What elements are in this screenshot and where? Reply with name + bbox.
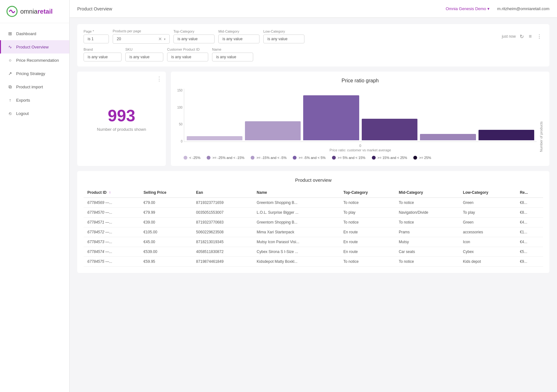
- legend-label-5: >= 15% and < 25%: [378, 156, 407, 160]
- filter-brand-label: Brand: [84, 47, 122, 51]
- filter-products-per-page: Products per page 20 ✕ ▾: [113, 29, 170, 44]
- legend-item-5: >= 15% and < 25%: [372, 156, 407, 160]
- sidebar-item-label: Exports: [16, 98, 30, 103]
- y-tick-0: 0: [181, 140, 183, 143]
- legend-label-4: >= 5% and < 15%: [338, 156, 366, 160]
- legend-dot-6: [413, 156, 417, 160]
- bar-6: [479, 89, 534, 140]
- bar-fill-2: [245, 121, 301, 140]
- filter-top-cat-label: Top-Category: [173, 29, 215, 33]
- col-mid-category[interactable]: Mid-Category: [395, 188, 459, 198]
- legend-item-6: >= 25%: [413, 156, 431, 160]
- table-row: 67784575 —...€59.958719874461849Kidsdepo…: [84, 257, 543, 267]
- bar-4: [362, 89, 417, 140]
- filter-customer-product-id: Customer Product ID is any value: [167, 47, 208, 61]
- legend-item-4: >= 5% and < 15%: [332, 156, 366, 160]
- bar-fill-1: [187, 136, 242, 140]
- filter-row-1: Page * is 1 Products per page 20 ✕ ▾ Top…: [84, 29, 543, 44]
- col-ean[interactable]: Ean: [192, 188, 253, 198]
- sidebar-item-label: Price Recommendation: [16, 58, 59, 63]
- col-re[interactable]: Re...: [516, 188, 543, 198]
- filter-page-input[interactable]: is 1: [84, 35, 109, 43]
- filter-sku-input[interactable]: is any value: [125, 53, 163, 61]
- filter-name-input[interactable]: is any value: [212, 53, 253, 61]
- dropdown-ppp-button[interactable]: ▾: [164, 37, 166, 41]
- filter-name: Name is any value: [212, 47, 253, 61]
- charts-row: ⋮ 993 Number of products shown Price rat…: [77, 72, 549, 166]
- bars-area: [184, 89, 537, 142]
- card-menu-icon[interactable]: ⋮: [156, 75, 162, 82]
- stats-card: ⋮ 993 Number of products shown: [77, 72, 166, 166]
- account-name: Omnia Genesis Demo: [446, 6, 486, 11]
- sidebar-item-price-recommendation[interactable]: ○ Price Recommendation: [0, 54, 69, 67]
- legend-label-3: >= -5% and < 5%: [298, 156, 325, 160]
- logo-icon: [6, 6, 18, 17]
- sidebar-item-product-import[interactable]: ⧉ Product import: [0, 80, 69, 93]
- filter-low-category: Low-Category is any value: [263, 29, 304, 43]
- filter-brand: Brand is any value: [84, 47, 122, 61]
- col-product-id[interactable]: Product ID ↑: [84, 188, 140, 198]
- table-body: 67784569 —...€79.008719323771659Greentom…: [84, 198, 543, 267]
- col-selling-price[interactable]: Selling Price: [140, 188, 192, 198]
- sidebar: omniaretail ⊞ Dashboard ∿ Product Overvi…: [0, 0, 70, 392]
- chart-x-center: 0: [184, 144, 537, 148]
- y-tick-100: 100: [177, 106, 183, 109]
- stats-number: 993: [108, 106, 135, 125]
- sidebar-item-label: Logout: [16, 111, 29, 116]
- sidebar-item-logout[interactable]: ⎋ Logout: [0, 107, 69, 120]
- exit-icon: ⎋: [7, 111, 13, 116]
- logo: omniaretail: [0, 0, 69, 23]
- filter-ppp-label: Products per page: [113, 29, 170, 33]
- sidebar-item-label: Product import: [16, 85, 43, 89]
- filter-page: Page * is 1: [84, 29, 109, 43]
- refresh-button[interactable]: ↻: [518, 32, 525, 41]
- layers-icon: ⧉: [7, 84, 13, 90]
- sidebar-item-exports[interactable]: ↑ Exports: [0, 93, 69, 107]
- legend-dot-1: [207, 156, 210, 160]
- filter-brand-input[interactable]: is any value: [84, 53, 122, 61]
- upload-icon: ↑: [7, 97, 13, 103]
- col-top-category[interactable]: Top-Category: [340, 188, 395, 198]
- legend-dot-2: [251, 156, 254, 160]
- sidebar-item-pricing-strategy[interactable]: ↗ Pricing Strategy: [0, 67, 69, 80]
- legend-label-2: >= -15% and < -5%: [256, 156, 286, 160]
- table-row: 67784572 —...€105.005060229623508Mima Xa…: [84, 227, 543, 237]
- filter-low-cat-input[interactable]: is any value: [263, 35, 304, 43]
- logo-text: omniaretail: [20, 8, 53, 15]
- col-low-category[interactable]: Low-Category: [459, 188, 516, 198]
- sidebar-item-product-overview[interactable]: ∿ Product Overview: [0, 40, 69, 54]
- y-tick-50: 50: [179, 123, 183, 126]
- filter-options-button[interactable]: ≡: [528, 32, 533, 41]
- more-options-button[interactable]: ⋮: [535, 32, 543, 41]
- chart-card: Price ratio graph 150 100 50 0: [171, 72, 549, 166]
- filter-name-label: Name: [212, 47, 253, 51]
- filter-top-cat-input[interactable]: is any value: [173, 35, 215, 43]
- filter-section: Page * is 1 Products per page 20 ✕ ▾ Top…: [77, 24, 549, 66]
- col-name[interactable]: Name: [253, 188, 340, 198]
- sidebar-item-label: Pricing Strategy: [16, 71, 45, 76]
- y-axis-label: Number of products: [539, 89, 543, 152]
- bar-fill-4: [362, 119, 417, 140]
- account-selector[interactable]: Omnia Genesis Demo ▾: [446, 6, 490, 11]
- stats-label: Number of products shown: [97, 127, 146, 132]
- timestamp-text: just now: [502, 34, 516, 39]
- sidebar-item-label: Dashboard: [16, 31, 36, 36]
- filter-mid-cat-input[interactable]: is any value: [218, 35, 260, 43]
- topbar: Product Overview Omnia Genesis Demo ▾ m.…: [70, 0, 557, 18]
- sidebar-item-dashboard[interactable]: ⊞ Dashboard: [0, 27, 69, 40]
- legend-dot-0: [184, 156, 187, 160]
- bar-fill-6: [479, 130, 534, 140]
- legend-item-1: >= -25% and < -15%: [207, 156, 244, 160]
- legend-item-2: >= -15% and < -5%: [251, 156, 286, 160]
- filter-row-2: Brand is any value SKU is any value Cust…: [84, 47, 543, 61]
- clear-ppp-button[interactable]: ✕: [158, 36, 162, 41]
- filter-sku: SKU is any value: [125, 47, 163, 61]
- legend-dot-3: [293, 156, 297, 160]
- chart-legend: < -25% >= -25% and < -15% >= -15% and < …: [177, 156, 543, 160]
- filter-ppp-input[interactable]: 20 ✕ ▾: [113, 34, 170, 44]
- legend-dot-4: [332, 156, 336, 160]
- filter-cpid-input[interactable]: is any value: [167, 53, 208, 61]
- legend-label-1: >= -25% and < -15%: [212, 156, 244, 160]
- chart-x-title: Price ratio: customer vs market average: [184, 148, 537, 152]
- table-row: 67784574 —...€539.004058511830872Cybex S…: [84, 247, 543, 257]
